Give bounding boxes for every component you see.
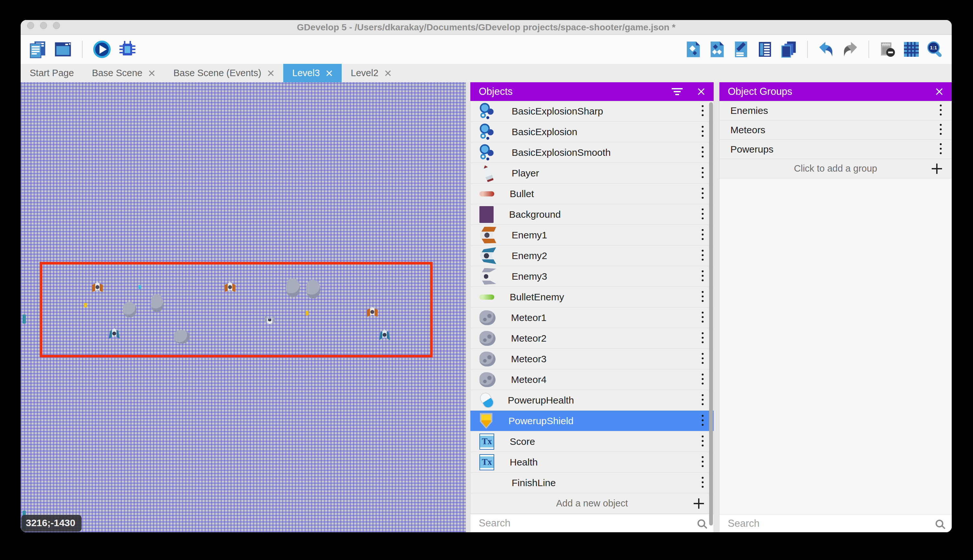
close-object-groups-panel-icon[interactable] [935, 87, 943, 96]
group-row[interactable]: Powerups [720, 140, 952, 159]
object-row[interactable]: Meteor4 [470, 369, 714, 390]
close-objects-panel-icon[interactable] [697, 87, 705, 96]
tab-close-icon[interactable] [148, 70, 155, 77]
object-row[interactable]: Background [470, 204, 714, 225]
tab-label: Level2 [351, 68, 378, 78]
plus-icon [694, 498, 704, 509]
object-menu-icon[interactable] [701, 434, 704, 449]
group-menu-icon[interactable] [940, 142, 942, 157]
tab-base-scene[interactable]: Base Scene [83, 64, 164, 82]
object-menu-icon[interactable] [701, 372, 704, 387]
groups-empty-area [720, 178, 952, 514]
object-row[interactable]: BulletEnemy [470, 287, 714, 307]
object-row[interactable]: BasicExplosion [470, 122, 714, 142]
tab-close-icon[interactable] [267, 70, 274, 77]
object-row[interactable]: BasicExplosionSharp [470, 101, 714, 122]
zoom-1-1-button[interactable]: 1:1 [926, 41, 944, 58]
object-row[interactable]: Score [470, 431, 714, 452]
object-menu-icon[interactable] [701, 207, 704, 222]
object-row[interactable]: Enemy1 [470, 225, 714, 245]
object-label: Meteor2 [511, 333, 701, 344]
object-menu-icon[interactable] [701, 104, 704, 119]
add-group-label: Click to add a group [794, 163, 877, 174]
group-label: Meteors [730, 125, 940, 135]
object-row[interactable]: Meteor2 [470, 328, 714, 349]
object-row[interactable]: Meteor1 [470, 307, 714, 328]
toggle-window-mask-button[interactable] [879, 41, 896, 58]
group-menu-icon[interactable] [940, 103, 942, 118]
object-menu-icon[interactable] [701, 187, 704, 201]
object-menu-icon[interactable] [701, 455, 704, 470]
tab-base-scene-events[interactable]: Base Scene (Events) [164, 64, 283, 82]
object-menu-icon[interactable] [701, 331, 704, 346]
group-row[interactable]: Meteors [720, 120, 952, 140]
add-object-button[interactable]: Add a new object [470, 493, 714, 514]
object-row[interactable]: Bullet [470, 183, 714, 204]
object-menu-icon[interactable] [701, 125, 704, 139]
object-row[interactable]: Meteor3 [470, 349, 714, 369]
group-menu-icon[interactable] [940, 123, 942, 137]
objects-scrollbar[interactable] [709, 102, 713, 525]
open-objects-editor-button[interactable] [685, 41, 702, 58]
object-menu-icon[interactable] [701, 228, 704, 243]
meteor-icon [480, 310, 495, 325]
object-row[interactable]: BasicExplosionSmooth [470, 142, 714, 163]
object-row[interactable]: PowerupShield [470, 411, 714, 431]
text-object-icon [480, 454, 494, 470]
object-row[interactable]: Health [470, 452, 714, 473]
undo-button[interactable] [818, 41, 835, 58]
search-icon [936, 520, 943, 527]
project-manager-button[interactable] [28, 40, 47, 59]
group-row[interactable]: Enemies [720, 101, 952, 120]
open-layers-editor-button[interactable] [780, 41, 798, 58]
traffic-lights [27, 22, 60, 29]
object-menu-icon[interactable] [701, 269, 704, 284]
object-label: BasicExplosion [511, 127, 701, 137]
finish-instance[interactable] [23, 315, 26, 323]
object-menu-icon[interactable] [701, 290, 704, 305]
object-menu-icon[interactable] [701, 413, 704, 428]
object-row[interactable]: Player [470, 163, 714, 183]
tab-start-page[interactable]: Start Page [21, 64, 83, 82]
explosion-object-icon [480, 144, 496, 161]
window-mask-icon [879, 41, 896, 58]
open-instances-list-button[interactable] [756, 41, 774, 58]
panel-divider[interactable] [714, 82, 720, 532]
object-menu-icon[interactable] [701, 145, 704, 160]
maximize-window-button[interactable] [53, 22, 60, 29]
open-properties-button[interactable] [732, 41, 750, 58]
object-menu-icon[interactable] [701, 393, 704, 408]
objects-panel-title: Objects [479, 86, 513, 97]
open-object-groups-editor-button[interactable] [708, 41, 726, 58]
close-window-button[interactable] [27, 22, 34, 29]
open-scene-button[interactable] [53, 40, 72, 59]
tab-label: Base Scene [92, 68, 142, 78]
groups-search-input[interactable] [728, 518, 936, 529]
panel-divider[interactable] [466, 82, 470, 532]
tab-close-icon[interactable] [384, 70, 392, 77]
object-menu-icon[interactable] [701, 248, 704, 263]
object-menu-icon[interactable] [701, 352, 704, 367]
object-row[interactable]: Enemy2 [470, 245, 714, 266]
toggle-grid-button[interactable] [903, 41, 920, 58]
objects-search-input[interactable] [479, 517, 698, 529]
object-row[interactable]: PowerupHealth [470, 390, 714, 411]
object-menu-icon[interactable] [701, 310, 704, 325]
tab-close-icon[interactable] [325, 70, 333, 77]
selection-rectangle[interactable] [40, 262, 433, 357]
object-label: Enemy1 [511, 230, 701, 241]
tab-level3[interactable]: Level3 [283, 64, 342, 82]
object-row[interactable]: Enemy3 [470, 266, 714, 287]
tab-level2[interactable]: Level2 [342, 64, 400, 82]
objects-page-icon [685, 41, 702, 58]
object-menu-icon[interactable] [701, 475, 704, 490]
add-group-button[interactable]: Click to add a group [720, 159, 952, 178]
launch-preview-button[interactable] [92, 40, 112, 59]
object-row[interactable]: FinishLine [470, 473, 714, 493]
redo-button[interactable] [841, 41, 859, 58]
scene-editor-canvas[interactable]: 3216;-1430 [21, 82, 466, 532]
minimize-window-button[interactable] [40, 22, 47, 29]
filter-icon[interactable] [672, 88, 683, 95]
object-menu-icon[interactable] [701, 166, 704, 181]
launch-debug-button[interactable] [118, 40, 137, 59]
